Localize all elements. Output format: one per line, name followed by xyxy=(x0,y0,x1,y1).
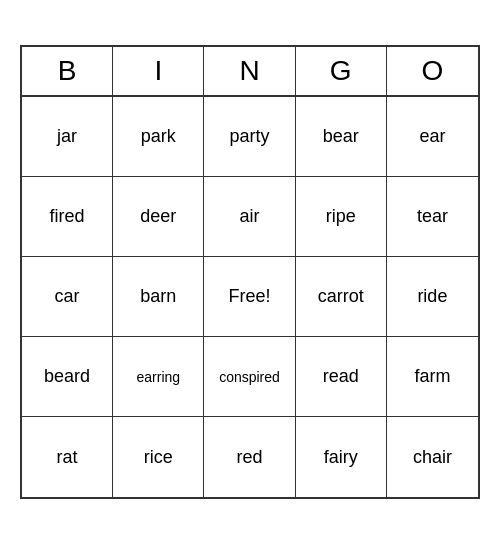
bingo-cell[interactable]: earring xyxy=(113,337,204,417)
bingo-cell[interactable]: rat xyxy=(22,417,113,497)
bingo-cell[interactable]: beard xyxy=(22,337,113,417)
bingo-cell[interactable]: barn xyxy=(113,257,204,337)
bingo-cell[interactable]: conspired xyxy=(204,337,295,417)
bingo-cell[interactable]: party xyxy=(204,97,295,177)
bingo-cell[interactable]: ride xyxy=(387,257,478,337)
bingo-cell[interactable]: tear xyxy=(387,177,478,257)
bingo-cell[interactable]: park xyxy=(113,97,204,177)
bingo-cell[interactable]: chair xyxy=(387,417,478,497)
bingo-cell[interactable]: air xyxy=(204,177,295,257)
bingo-cell[interactable]: jar xyxy=(22,97,113,177)
bingo-cell[interactable]: ear xyxy=(387,97,478,177)
bingo-cell[interactable]: red xyxy=(204,417,295,497)
bingo-cell[interactable]: deer xyxy=(113,177,204,257)
bingo-cell[interactable]: rice xyxy=(113,417,204,497)
bingo-cell[interactable]: read xyxy=(296,337,387,417)
header-letter: N xyxy=(204,47,295,95)
header-letter: O xyxy=(387,47,478,95)
bingo-cell[interactable]: farm xyxy=(387,337,478,417)
header-letter: G xyxy=(296,47,387,95)
bingo-cell[interactable]: car xyxy=(22,257,113,337)
header-letter: I xyxy=(113,47,204,95)
bingo-card: BINGO jarparkpartybearearfireddeerairrip… xyxy=(20,45,480,499)
free-cell[interactable]: Free! xyxy=(204,257,295,337)
bingo-cell[interactable]: fired xyxy=(22,177,113,257)
bingo-cell[interactable]: fairy xyxy=(296,417,387,497)
bingo-body: jarparkpartybearearfireddeerairripetearc… xyxy=(22,97,478,497)
header-letter: B xyxy=(22,47,113,95)
bingo-cell[interactable]: bear xyxy=(296,97,387,177)
bingo-header: BINGO xyxy=(22,47,478,97)
bingo-cell[interactable]: carrot xyxy=(296,257,387,337)
bingo-cell[interactable]: ripe xyxy=(296,177,387,257)
